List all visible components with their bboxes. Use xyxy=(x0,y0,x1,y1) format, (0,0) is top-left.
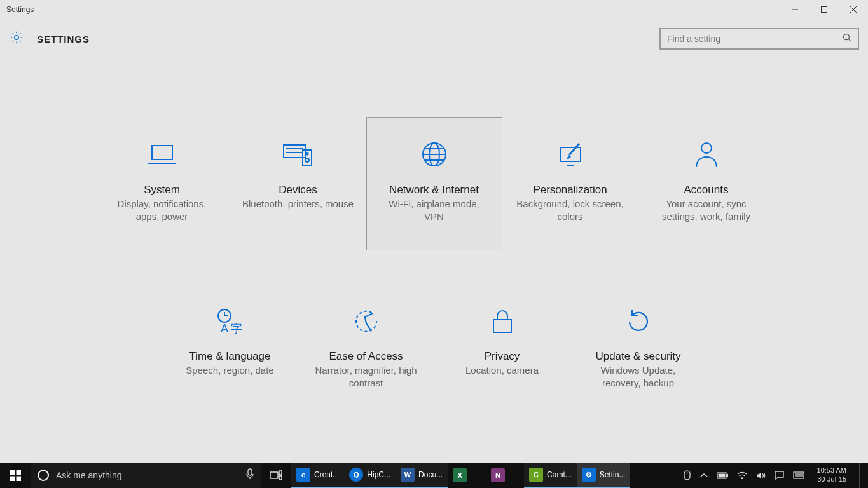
laptop-icon xyxy=(147,137,177,172)
tile-desc: Location, camera xyxy=(454,364,550,377)
tile-system[interactable]: System Display, notifications, apps, pow… xyxy=(94,117,230,250)
onenote-icon: N xyxy=(491,468,505,482)
task-view-button[interactable] xyxy=(261,463,291,488)
svg-rect-31 xyxy=(10,476,15,481)
tile-desc: Narrator, magnifier, high contrast xyxy=(299,364,434,390)
lock-icon xyxy=(491,303,514,339)
tile-desc: Wi-Fi, airplane mode, VPN xyxy=(367,198,502,224)
tile-devices[interactable]: Devices Bluetooth, printers, mouse xyxy=(230,117,366,250)
tile-desc: Speech, region, date xyxy=(174,364,285,377)
microphone-icon[interactable] xyxy=(245,468,254,482)
globe-icon xyxy=(420,137,448,172)
keyboard-tray-icon[interactable] xyxy=(793,471,804,479)
svg-point-22 xyxy=(701,143,712,153)
taskbar-app-edge[interactable]: e Creat... xyxy=(291,463,344,488)
tile-time-language[interactable]: A字 Time & language Speech, region, date xyxy=(162,283,298,417)
tile-title: Devices xyxy=(279,184,317,196)
windows-logo-icon xyxy=(10,470,21,481)
start-button[interactable] xyxy=(0,463,31,488)
svg-line-6 xyxy=(849,39,851,42)
svg-rect-9 xyxy=(284,145,305,158)
taskbar-app-label: Camt... xyxy=(547,470,572,479)
page-title: SETTINGS xyxy=(37,34,90,44)
task-view-icon xyxy=(270,470,282,480)
paintbrush-monitor-icon xyxy=(555,137,586,172)
svg-point-33 xyxy=(38,470,48,480)
search-box[interactable] xyxy=(659,28,859,50)
svg-point-43 xyxy=(741,478,743,479)
minimize-button[interactable] xyxy=(780,0,809,19)
tile-title: Network & Internet xyxy=(389,184,479,196)
settings-app-icon: ⚙ xyxy=(582,468,596,482)
clock-time: 10:53 AM xyxy=(817,466,846,475)
battery-icon[interactable] xyxy=(717,472,728,479)
taskbar-app-camtasia[interactable]: C Camt... xyxy=(524,463,577,488)
excel-icon: X xyxy=(453,468,467,482)
svg-rect-28 xyxy=(493,320,511,332)
svg-rect-37 xyxy=(279,476,282,480)
svg-rect-35 xyxy=(270,472,278,478)
close-button[interactable] xyxy=(839,0,868,19)
cortana-placeholder: Ask me anything xyxy=(56,470,122,480)
taskbar-app-onenote[interactable]: N xyxy=(486,463,524,488)
taskbar-app-label: Settin... xyxy=(600,470,626,479)
minimize-icon xyxy=(792,6,798,13)
taskbar-clock[interactable]: 10:53 AM 30-Jul-15 xyxy=(813,466,850,484)
tile-desc: Windows Update, recovery, backup xyxy=(571,364,706,390)
svg-rect-44 xyxy=(794,472,804,478)
tile-network[interactable]: Network & Internet Wi-Fi, airplane mode,… xyxy=(366,117,502,250)
svg-rect-41 xyxy=(727,474,728,477)
taskbar-app-settings[interactable]: ⚙ Settin... xyxy=(577,463,631,488)
svg-point-14 xyxy=(306,152,308,154)
keyboard-speaker-icon xyxy=(282,137,314,172)
tile-privacy[interactable]: Privacy Location, camera xyxy=(434,283,570,417)
search-icon xyxy=(843,33,851,44)
tile-title: System xyxy=(144,184,180,196)
wifi-icon[interactable] xyxy=(737,471,747,479)
tile-title: Personalization xyxy=(533,184,607,196)
mouse-tray-icon[interactable] xyxy=(683,470,691,480)
gear-icon xyxy=(9,30,24,48)
tile-desc: Background, lock screen, colors xyxy=(503,198,638,224)
tiles-grid: System Display, notifications, apps, pow… xyxy=(0,58,868,417)
svg-rect-30 xyxy=(16,470,21,475)
tile-title: Accounts xyxy=(684,184,729,196)
svg-rect-42 xyxy=(718,473,725,477)
word-icon: W xyxy=(401,468,415,482)
svg-rect-7 xyxy=(152,146,172,159)
tile-personalization[interactable]: Personalization Background, lock screen,… xyxy=(502,117,638,250)
clock-date: 30-Jul-15 xyxy=(817,475,846,484)
volume-icon[interactable] xyxy=(756,471,766,480)
taskbar-app-excel[interactable]: X xyxy=(448,463,486,488)
update-arrows-icon xyxy=(624,303,652,339)
tile-desc: Your account, sync settings, work, famil… xyxy=(639,198,774,224)
cortana-search[interactable]: Ask me anything xyxy=(31,463,261,488)
window-title: Settings xyxy=(6,5,34,14)
settings-window: Settings SETTINGS xyxy=(0,0,868,463)
tile-accounts[interactable]: Accounts Your account, sync settings, wo… xyxy=(638,117,775,250)
chevron-up-icon[interactable] xyxy=(700,473,708,478)
taskbar-app-hipchat[interactable]: Q HipC... xyxy=(344,463,396,488)
svg-rect-34 xyxy=(248,469,252,475)
show-desktop-button[interactable] xyxy=(859,463,863,488)
window-controls xyxy=(780,0,868,19)
taskbar: Ask me anything e Creat... Q HipC... W D… xyxy=(0,463,868,488)
ease-of-access-icon xyxy=(352,303,380,339)
maximize-button[interactable] xyxy=(809,0,839,19)
svg-point-4 xyxy=(15,36,18,39)
action-center-icon[interactable] xyxy=(775,471,784,480)
tile-title: Update & security xyxy=(595,350,680,363)
tile-title: Ease of Access xyxy=(329,350,403,363)
svg-rect-29 xyxy=(10,470,15,475)
tile-update-security[interactable]: Update & security Windows Update, recove… xyxy=(570,283,706,417)
person-icon xyxy=(694,137,719,172)
titlebar: Settings xyxy=(0,0,868,19)
tile-ease-of-access[interactable]: Ease of Access Narrator, magnifier, high… xyxy=(298,283,434,417)
taskbar-app-label: HipC... xyxy=(367,470,390,479)
svg-point-13 xyxy=(305,158,309,162)
taskbar-app-word[interactable]: W Docu... xyxy=(396,463,448,488)
clock-language-icon: A字 xyxy=(214,303,246,339)
svg-rect-1 xyxy=(822,7,827,13)
taskbar-app-label: Docu... xyxy=(418,470,443,479)
search-input[interactable] xyxy=(667,34,843,44)
